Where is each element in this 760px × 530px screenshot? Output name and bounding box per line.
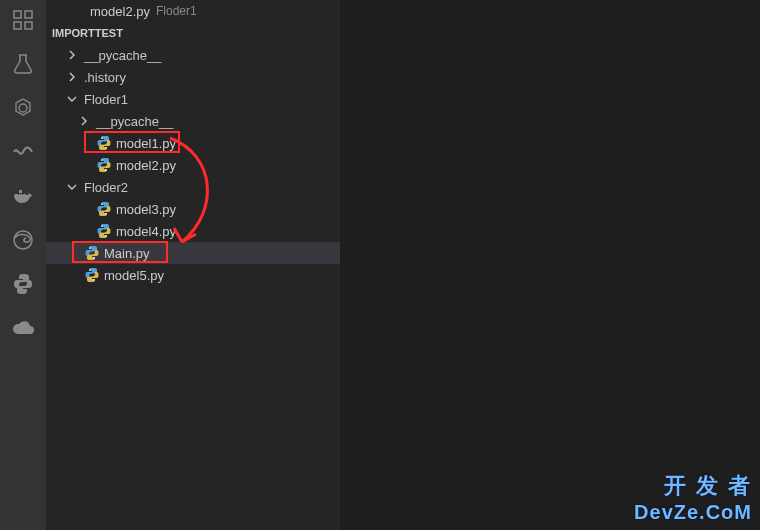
svg-rect-2 [25,22,32,29]
folder-label: Floder1 [84,92,128,107]
workspace-section-header[interactable]: IMPORTTEST [46,22,340,44]
open-editor-filename: model2.py [90,4,150,19]
svg-point-20 [89,247,90,248]
folder-row[interactable]: Floder1 [46,88,340,110]
file-row[interactable]: Main.py [46,242,340,264]
svg-point-21 [93,257,94,258]
svg-point-13 [105,147,106,148]
folder-row[interactable]: __pycache__ [46,44,340,66]
svg-rect-0 [14,11,21,18]
openai-icon[interactable] [11,96,35,120]
workspace-name: IMPORTTEST [52,27,123,39]
beaker-icon[interactable] [11,52,35,76]
file-label: model5.py [104,268,164,283]
python-icon[interactable] [11,272,35,296]
file-tree: __pycache__.historyFloder1__pycache__mod… [46,44,340,530]
docker-icon[interactable] [11,184,35,208]
file-row[interactable]: model4.py [46,220,340,242]
python-file-icon [96,157,112,173]
edge-icon[interactable] [11,228,35,252]
svg-point-23 [93,279,94,280]
folder-label: __pycache__ [96,114,173,129]
svg-point-19 [105,235,106,236]
python-file-icon [84,267,100,283]
folder-label: .history [84,70,126,85]
file-label: Main.py [104,246,150,261]
file-row[interactable]: model1.py [46,132,340,154]
file-row[interactable]: model3.py [46,198,340,220]
chevron-down-icon [64,179,80,195]
svg-point-17 [105,213,106,214]
extensions-icon[interactable] [11,8,35,32]
activity-bar [0,0,46,530]
wave-icon[interactable] [11,140,35,164]
svg-point-18 [101,225,102,226]
file-label: model4.py [116,224,176,239]
chevron-down-icon [64,91,80,107]
editor-area [340,0,760,530]
svg-rect-3 [25,11,32,18]
folder-row[interactable]: __pycache__ [46,110,340,132]
open-editor-row[interactable]: model2.py Floder1 [46,0,340,22]
file-label: model3.py [116,202,176,217]
folder-label: __pycache__ [84,48,161,63]
python-file-icon [96,223,112,239]
folder-label: Floder2 [84,180,128,195]
svg-point-15 [105,169,106,170]
file-row[interactable]: model2.py [46,154,340,176]
svg-point-4 [19,104,27,112]
svg-point-22 [89,269,90,270]
sidebar-explorer: model2.py Floder1 IMPORTTEST __pycache__… [46,0,340,530]
svg-point-12 [101,137,102,138]
python-file-icon [96,135,112,151]
file-row[interactable]: model5.py [46,264,340,286]
file-label: model2.py [116,158,176,173]
chevron-right-icon [76,113,92,129]
svg-rect-8 [19,190,22,193]
chevron-right-icon [64,47,80,63]
python-file-icon [84,245,100,261]
svg-point-16 [101,203,102,204]
svg-rect-1 [14,22,21,29]
folder-row[interactable]: Floder2 [46,176,340,198]
python-file-icon [96,201,112,217]
chevron-right-icon [64,69,80,85]
open-editor-path: Floder1 [156,4,197,18]
file-label: model1.py [116,136,176,151]
folder-row[interactable]: .history [46,66,340,88]
cloud-icon[interactable] [11,316,35,340]
svg-point-14 [101,159,102,160]
